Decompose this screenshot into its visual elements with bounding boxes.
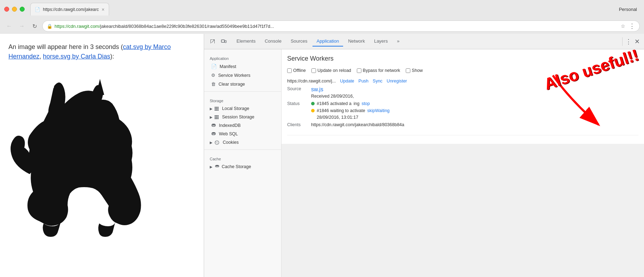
sw-status-values: #1845 activated a ing stop #1846 waiting…: [311, 101, 390, 120]
tab-console[interactable]: Console: [260, 36, 286, 47]
manifest-icon: 📄: [211, 64, 217, 69]
offline-label: Offline: [293, 68, 306, 73]
svg-point-10: [215, 165, 219, 166]
sidebar-item-session-storage[interactable]: ▶ Session Storage: [204, 113, 281, 121]
close-button[interactable]: [4, 7, 9, 12]
tab-close-icon[interactable]: ×: [102, 7, 105, 12]
tab-bar: 📄 https://cdn.rawgit.com/jakearc ×: [30, 3, 619, 16]
devtools-close-icon[interactable]: ✕: [633, 36, 641, 47]
tab-favicon-icon: 📄: [35, 7, 40, 12]
svg-point-5: [212, 132, 215, 134]
url-text: https://cdn.rawgit.com/jakearchibald/803…: [55, 24, 617, 29]
inspect-element-button[interactable]: [207, 36, 218, 47]
offline-checkbox[interactable]: Offline: [287, 68, 306, 73]
local-storage-expand-icon: ▶: [210, 107, 213, 111]
devtools-sidebar: Application 📄 Manifest ⚙ Service Workers…: [204, 49, 282, 277]
address-bar: ← → ↻ 🔒 https://cdn.rawgit.com/jakearchi…: [0, 18, 644, 34]
back-button[interactable]: ←: [4, 21, 14, 31]
sw-skip-waiting-link[interactable]: skipWaiting: [367, 108, 390, 113]
sidebar-section-cache: Cache: [204, 153, 281, 162]
update-on-reload-input[interactable]: [311, 68, 316, 73]
sw-url-text: https://cdn.rawgit.com/j...: [287, 79, 336, 84]
sw-status-date: 28/09/2016, 13:01:17: [317, 114, 390, 120]
bookmark-icon[interactable]: ☆: [621, 23, 625, 29]
horse-link[interactable]: horse.svg by Carla Dias: [43, 53, 110, 60]
tab-layers[interactable]: Layers: [370, 36, 392, 47]
sidebar-item-clear-storage-label: Clear storage: [219, 82, 245, 87]
devtools-tabs: Elements Console Sources Application Net…: [232, 36, 621, 47]
sw-status-date-text: 28/09/2016, 13:01:17: [317, 115, 358, 120]
svg-point-4: [212, 124, 215, 125]
status-dot-green: [311, 102, 315, 105]
sw-update-link[interactable]: Update: [340, 79, 354, 84]
sw-status-label: Status: [287, 101, 308, 106]
indexeddb-icon: [211, 123, 216, 128]
forward-button[interactable]: →: [17, 21, 27, 31]
update-on-reload-label: Update on reload: [317, 68, 351, 73]
sw-clients-row: Clients https://cdn.rawgit.com/jakearchi…: [287, 122, 638, 127]
devtools-panel: Elements Console Sources Application Net…: [204, 34, 644, 277]
devtools-body: Application 📄 Manifest ⚙ Service Workers…: [204, 49, 644, 277]
tab-sources[interactable]: Sources: [286, 36, 312, 47]
sw-unregister-link[interactable]: Unregister: [387, 79, 407, 84]
offline-checkbox-input[interactable]: [287, 68, 292, 73]
sw-sync-link[interactable]: Sync: [373, 79, 383, 84]
session-storage-expand-icon: ▶: [210, 115, 213, 119]
webpage-content: An image will appear here in 3 seconds (…: [0, 34, 204, 277]
device-toolbar-button[interactable]: [218, 36, 229, 47]
active-tab[interactable]: 📄 https://cdn.rawgit.com/jakearc ×: [30, 3, 109, 16]
sw-received-text: Received 28/09/2016,: [311, 94, 354, 99]
traffic-lights: [4, 7, 25, 12]
cookies-expand-icon: ▶: [210, 141, 213, 144]
sidebar-item-cookies-label: Cookies: [223, 140, 239, 145]
sidebar-item-indexeddb-label: IndexedDB: [219, 123, 241, 128]
sw-clients-label: Clients: [287, 122, 308, 127]
sw-url-line: https://cdn.rawgit.com/j... Update Push …: [287, 79, 638, 84]
bypass-network-checkbox[interactable]: Bypass for network: [357, 68, 400, 73]
sidebar-item-indexeddb[interactable]: IndexedDB: [204, 121, 281, 130]
url-bar[interactable]: 🔒 https://cdn.rawgit.com/jakearchibald/8…: [42, 20, 640, 32]
sw-stop-link[interactable]: stop: [361, 101, 370, 106]
toolbar-separator: [622, 37, 623, 46]
sidebar-item-session-storage-label: Session Storage: [222, 115, 254, 119]
web-sql-icon: [211, 131, 216, 136]
svg-point-6: [215, 141, 219, 144]
devtools-more-icon[interactable]: ⋮: [624, 36, 633, 47]
panel-title: Service Workers: [287, 55, 638, 62]
tab-network[interactable]: Network: [344, 36, 369, 47]
sidebar-section-application: Application: [204, 52, 281, 62]
page-text: An image will appear here in 3 seconds (…: [8, 42, 195, 61]
tab-more[interactable]: »: [393, 36, 404, 47]
text-suffix: ):: [110, 53, 114, 60]
cat-svg: [8, 68, 191, 238]
refresh-button[interactable]: ↻: [30, 21, 39, 31]
show-checkbox[interactable]: Show: [406, 68, 423, 73]
sw-push-link[interactable]: Push: [359, 79, 369, 84]
tab-elements[interactable]: Elements: [232, 36, 260, 47]
sidebar-item-clear-storage[interactable]: 🗑 Clear storage: [204, 80, 281, 88]
profile-label: Personal: [619, 7, 640, 12]
secure-icon: 🔒: [47, 24, 52, 29]
url-more-icon[interactable]: ⋮: [629, 22, 635, 30]
cache-storage-expand-icon: ▶: [210, 165, 213, 169]
sidebar-item-manifest[interactable]: 📄 Manifest: [204, 62, 281, 71]
tab-application[interactable]: Application: [312, 36, 343, 47]
show-input[interactable]: [406, 68, 410, 73]
fullscreen-button[interactable]: [20, 7, 25, 12]
sidebar-item-service-workers[interactable]: ⚙ Service Workers: [204, 71, 281, 80]
sidebar-item-web-sql-label: Web SQL: [219, 131, 238, 136]
clear-storage-icon: 🗑: [211, 81, 216, 87]
sidebar-item-cache-storage-label: Cache Storage: [222, 164, 251, 169]
update-on-reload-checkbox[interactable]: Update on reload: [311, 68, 351, 73]
sw-status-text-2: #1846 waiting to activate: [317, 108, 365, 113]
minimize-button[interactable]: [12, 7, 17, 12]
sidebar-item-cache-storage[interactable]: ▶ Cache Storage: [204, 162, 281, 171]
status-dot-yellow: [311, 109, 315, 112]
svg-point-8: [217, 141, 218, 142]
sidebar-item-local-storage[interactable]: ▶ Local Storage: [204, 104, 281, 113]
sidebar-divider-1: [204, 91, 281, 92]
bypass-network-input[interactable]: [357, 68, 361, 73]
sw-js-link[interactable]: sw.js: [311, 86, 323, 92]
sidebar-item-web-sql[interactable]: Web SQL: [204, 130, 281, 138]
sidebar-item-cookies[interactable]: ▶ Cookies: [204, 138, 281, 147]
